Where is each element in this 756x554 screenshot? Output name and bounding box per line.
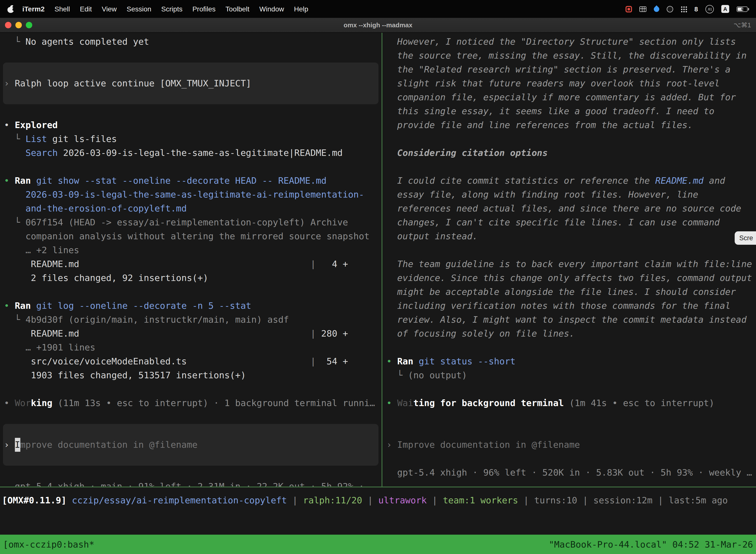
terminal: └ No agents completed yet › Ralph loop a… (0, 33, 756, 535)
terminal-line: output instead. (382, 229, 756, 243)
tmux-panes: └ No agents completed yet › Ralph loop a… (0, 33, 756, 487)
ran-command: • Ran git show --stat --oneline --decora… (0, 174, 381, 188)
waiting-status: • Waiting for background terminal (1m 41… (382, 396, 756, 410)
prompt-input[interactable]: › Improve documentation in @filename (382, 438, 756, 452)
window-title-bar[interactable]: omx --xhigh --madmax ⌥⌘1 (0, 18, 756, 33)
terminal-line: └ 067f154 (HEAD -> essay/ai-reimplementa… (0, 215, 381, 229)
menu-item-iterm2[interactable]: iTerm2 (17, 5, 50, 13)
menu-item-toolbelt[interactable]: Toolbelt (220, 5, 254, 13)
apple-menu-icon[interactable] (7, 5, 14, 13)
eight-icon[interactable]: 8 (694, 5, 698, 13)
terminal-line: the source tree, missing the essay. Stil… (382, 49, 756, 63)
menu-bar: iTerm2 ShellEditViewSessionScriptsProfil… (0, 0, 756, 18)
screen-share-overlay-button[interactable]: Scre (735, 231, 756, 245)
screen-recording-icon[interactable] (626, 6, 632, 12)
terminal-line: … +1901 lines (0, 340, 381, 354)
terminal-line: └ List git ls-files (0, 132, 381, 146)
terminal-line: this single essay, it seems like a good … (382, 104, 756, 118)
menu-item-window[interactable]: Window (254, 5, 289, 13)
zoom-button[interactable] (26, 22, 32, 28)
terminal-line: references need actual files, and since … (382, 202, 756, 215)
terminal-line: provide file and line references from th… (382, 118, 756, 132)
menu-item-view[interactable]: View (97, 5, 122, 13)
terminal-line (0, 466, 381, 480)
terminal-line: review. Also, I might want to inspect th… (382, 313, 756, 327)
menu-item-help[interactable]: Help (289, 5, 313, 13)
terminal-line: Search 2026-03-09-is-legal-the-same-as-l… (0, 146, 381, 160)
terminal-line (0, 285, 381, 299)
terminal-line (382, 382, 756, 396)
terminal-line: I could cite commit statistics or refere… (382, 174, 756, 188)
dark-circle-icon[interactable] (667, 6, 673, 12)
menu-item-shell[interactable]: Shell (50, 5, 75, 13)
terminal-line: However, I noticed the "Directory Struct… (382, 35, 756, 49)
app-grid-dots-icon[interactable] (681, 6, 687, 12)
tmux-session-label: [omx-cczip0:bash* (3, 539, 94, 550)
terminal-line: companion file, especially if more comme… (382, 90, 756, 104)
cpu-gauge-icon[interactable]: .61 (705, 5, 714, 13)
terminal-line: slight risk that future readers may over… (382, 76, 756, 90)
terminal-pane-left[interactable]: └ No agents completed yet › Ralph loop a… (0, 33, 381, 487)
terminal-line (382, 340, 756, 354)
menu-item-scripts[interactable]: Scripts (156, 5, 188, 13)
terminal-line: └ 4b9d30f (origin/main, instructkr/main,… (0, 313, 381, 327)
terminal-line (0, 410, 381, 424)
blue-drop-icon[interactable] (652, 5, 660, 13)
terminal-line: … +2 lines (0, 243, 381, 257)
terminal-line: changes, I can't cite specific file line… (382, 215, 756, 229)
inject-banner: › Ralph loop active continue [OMX_TMUX_I… (3, 63, 378, 104)
terminal-line (382, 160, 756, 174)
close-button[interactable] (5, 22, 11, 28)
menu-item-profiles[interactable]: Profiles (188, 5, 220, 13)
explored-header: • Explored (0, 118, 381, 132)
terminal-line: essay file, along with finding root file… (382, 188, 756, 202)
terminal-line (382, 132, 756, 146)
screen: iTerm2 ShellEditViewSessionScriptsProfil… (0, 0, 756, 554)
terminal-line: README.md | 280 + (0, 327, 381, 340)
omx-status-bar: [OMX#0.11.9] cczip/essay/ai-reimplementa… (0, 487, 756, 535)
terminal-line: src/voice/voiceModeEnabled.ts | 54 + (0, 354, 381, 368)
battery-icon[interactable] (737, 6, 749, 12)
terminal-line: The team guideline is to back every impo… (382, 257, 756, 271)
window-hotkey: ⌥⌘1 (734, 21, 751, 29)
terminal-line: might be acceptable alongside the file l… (382, 285, 756, 299)
terminal-line: of focusing solely on file lines. (382, 327, 756, 340)
terminal-line (382, 410, 756, 424)
window-title: omx --xhigh --madmax (0, 21, 756, 29)
terminal-line: 2 files changed, 92 insertions(+) (0, 271, 381, 285)
ran-command: • Ran git log --oneline --decorate -n 5 … (0, 299, 381, 313)
pane-status-line: gpt-5.4 xhigh · main · 91% left · 2.31M … (0, 480, 381, 487)
menu-item-session[interactable]: Session (122, 5, 156, 13)
terminal-line (382, 424, 756, 438)
minimize-button[interactable] (15, 22, 22, 28)
terminal-line: └ (no output) (382, 368, 756, 382)
terminal-line (0, 104, 381, 118)
omx-status-line: [OMX#0.11.9] cczip/essay/ai-reimplementa… (0, 493, 756, 507)
terminal-line: 1903 files changed, 513517 insertions(+) (0, 368, 381, 382)
input-source-icon[interactable]: A (721, 5, 729, 13)
terminal-line: evidence. Since this change only affects… (382, 271, 756, 285)
charging-bolt-icon (740, 7, 745, 11)
menu-items: ShellEditViewSessionScriptsProfilesToolb… (50, 5, 313, 13)
terminal-line (382, 452, 756, 466)
prompt-input[interactable]: › Improve documentation in @filename (3, 424, 378, 466)
menu-bar-status-icons: 8 .61 A (626, 5, 756, 13)
working-status: • Working (11m 13s • esc to interrupt) ·… (0, 396, 381, 410)
terminal-line: └ No agents completed yet (0, 35, 381, 49)
terminal-line: companion analysis without altering the … (0, 229, 381, 243)
grid-icon[interactable] (639, 6, 646, 12)
traffic-lights (0, 22, 32, 28)
terminal-line (0, 382, 381, 396)
terminal-line: and-the-erosion-of-copyleft.md (0, 202, 381, 215)
menu-item-edit[interactable]: Edit (75, 5, 97, 13)
tmux-host-clock: "MacBook-Pro-44.local" 04:52 31-Mar-26 (549, 539, 753, 550)
terminal-line: the "Related research writing" section i… (382, 63, 756, 76)
ran-command: • Ran git status --short (382, 354, 756, 368)
terminal-line (0, 160, 381, 174)
terminal-pane-right[interactable]: However, I noticed the "Directory Struct… (382, 33, 756, 487)
pane-status-line: gpt-5.4 xhigh · 96% left · 520K in · 5.8… (382, 466, 756, 480)
menu-bar-left: iTerm2 ShellEditViewSessionScriptsProfil… (0, 5, 313, 13)
thinking-header: Considering citation options (382, 146, 756, 160)
terminal-line (0, 49, 381, 63)
tmux-status-bar: [omx-cczip0:bash* "MacBook-Pro-44.local"… (0, 535, 756, 554)
